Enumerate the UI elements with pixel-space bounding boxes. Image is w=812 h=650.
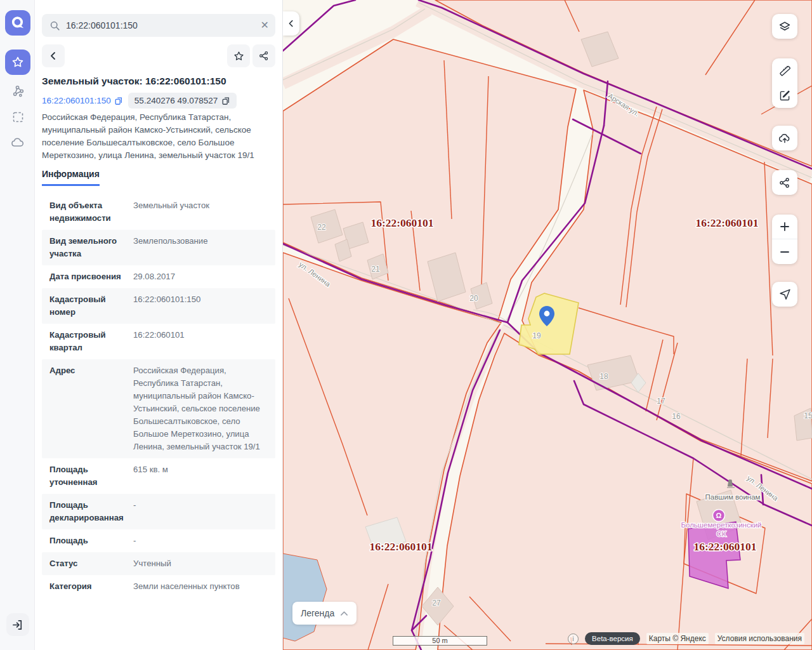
attribution-yandex[interactable]: Карты © Яндекс <box>646 633 709 644</box>
back-button[interactable] <box>42 44 65 67</box>
cadastral-map[interactable]: 16:22:060101 16:22:060101 16:22:060101 1… <box>283 0 812 650</box>
chevron-left-icon <box>287 19 296 28</box>
cadastral-number-link[interactable]: 16:22:060101:150 <box>42 96 123 105</box>
search-input[interactable] <box>66 20 261 30</box>
layers-icon <box>778 20 792 34</box>
svg-text:18: 18 <box>599 372 608 381</box>
map-attribution: i Beta-версия Карты © Яндекс Условия исп… <box>568 632 804 645</box>
svg-text:15: 15 <box>804 411 812 420</box>
share-icon <box>778 176 791 189</box>
quarter-label: 16:22:060101 <box>369 540 432 553</box>
row-label: Категория <box>49 580 131 593</box>
polygon-icon <box>11 84 25 98</box>
table-row: Вид земельного участкаЗемлепользование <box>42 230 275 265</box>
row-label: Кадастровый номер <box>49 293 131 319</box>
share-map-button[interactable] <box>772 170 797 195</box>
tab-information[interactable]: Информация <box>42 169 100 186</box>
edit-button[interactable] <box>772 83 797 108</box>
svg-text:16: 16 <box>672 412 681 421</box>
measure-button[interactable] <box>772 58 797 83</box>
favorite-button[interactable] <box>227 44 250 67</box>
table-row: КатегорияЗемли населенных пунктов <box>42 575 275 598</box>
layers-button[interactable] <box>772 14 797 39</box>
app-logo[interactable] <box>5 10 30 36</box>
share-icon <box>258 50 270 62</box>
table-row: Дата присвоения29.08.2017 <box>42 265 275 288</box>
club-poi-glyph: Ω <box>716 512 722 519</box>
sidebar-item-select-area[interactable] <box>10 109 25 124</box>
info-icon[interactable]: i <box>568 633 579 644</box>
edit-icon <box>778 89 792 102</box>
object-address: Российская Федерация, Республика Татарст… <box>42 111 275 162</box>
table-row: АдресРоссийская Федерация, Республика Та… <box>42 359 275 458</box>
copy-icon[interactable] <box>114 96 123 105</box>
exit-icon <box>12 619 24 631</box>
table-row: Вид объекта недвижимостиЗемельный участо… <box>42 194 275 230</box>
row-label: Адрес <box>49 364 131 453</box>
scale-bar: 50 m <box>393 636 487 646</box>
quarter-label: 16:22:060101 <box>693 540 756 553</box>
club-label: Большемереткозинский <box>681 521 761 529</box>
svg-text:21: 21 <box>371 265 380 274</box>
row-value: - <box>133 499 268 524</box>
row-label: Статус <box>49 557 131 570</box>
table-row: Кадастровый номер16:22:060101:150 <box>42 288 275 324</box>
zoom-out-icon <box>779 246 790 258</box>
row-value: Учтенный <box>133 557 268 570</box>
zoom-controls <box>772 215 797 264</box>
cloud-icon <box>10 135 25 150</box>
row-value: Земельный участок <box>133 199 268 225</box>
upload-button[interactable] <box>772 126 797 150</box>
clear-search-icon[interactable]: ✕ <box>261 20 269 30</box>
zoom-in-button[interactable] <box>772 215 797 239</box>
coordinates-text: 55.240276 49.078527 <box>134 96 218 105</box>
zoom-out-button[interactable] <box>772 239 797 264</box>
table-row: Площадь уточненная615 кв. м <box>42 458 275 494</box>
legend-label: Легенда <box>301 608 334 618</box>
legend-button[interactable]: Легенда <box>292 602 357 625</box>
ruler-icon <box>778 64 792 77</box>
row-label: Дата присвоения <box>49 270 131 283</box>
app: ✕ Земельный участок: 16 <box>0 0 812 650</box>
collapse-panel-button[interactable] <box>283 11 299 36</box>
row-value: 16:22:060101:150 <box>133 293 268 319</box>
map-canvas[interactable]: 16:22:060101 16:22:060101 16:22:060101 1… <box>283 0 812 650</box>
coordinates-chip[interactable]: 55.240276 49.078527 <box>128 93 237 109</box>
beta-badge: Beta-версия <box>585 632 640 645</box>
svg-text:20: 20 <box>469 294 478 303</box>
chevron-up-icon <box>340 611 348 616</box>
chevron-left-icon <box>48 51 58 61</box>
row-label: Площадь декларированная <box>49 499 131 524</box>
locate-button[interactable] <box>772 282 797 307</box>
select-area-icon <box>11 110 25 124</box>
row-value: - <box>133 534 268 547</box>
icon-rail <box>0 0 35 650</box>
table-row: Площадь декларированная- <box>42 494 275 529</box>
info-table: Вид объекта недвижимостиЗемельный участо… <box>42 194 275 608</box>
row-value: Земли населенных пунктов <box>133 580 268 593</box>
svg-text:27: 27 <box>432 599 441 607</box>
attribution-terms-link[interactable]: Условия использования <box>715 633 804 644</box>
row-value: 29.08.2017 <box>133 270 268 283</box>
table-row: Площадь- <box>42 529 275 552</box>
object-panel: ✕ Земельный участок: 16 <box>35 0 283 650</box>
app-logo-icon <box>10 15 26 31</box>
star-icon <box>11 55 25 69</box>
sidebar-item-polygon[interactable] <box>10 83 25 98</box>
row-label: Площадь уточненная <box>49 463 131 489</box>
svg-text:19: 19 <box>532 331 541 340</box>
monument-label: Павшим воинам <box>705 493 761 501</box>
row-label: Площадь <box>49 534 131 547</box>
sidebar-item-favorites[interactable] <box>5 50 30 75</box>
copy-icon[interactable] <box>221 96 230 105</box>
club-label: СК <box>716 530 726 538</box>
exit-button[interactable] <box>6 613 29 636</box>
quarter-label: 16:22:060101 <box>370 216 433 229</box>
svg-text:22: 22 <box>317 223 326 232</box>
search-bar[interactable]: ✕ <box>42 14 275 37</box>
sidebar-item-cloud[interactable] <box>10 135 25 150</box>
share-button[interactable] <box>252 44 275 67</box>
svg-text:17: 17 <box>657 397 665 406</box>
quarter-label: 16:22:060101 <box>695 216 758 229</box>
cloud-upload-icon <box>778 131 792 145</box>
